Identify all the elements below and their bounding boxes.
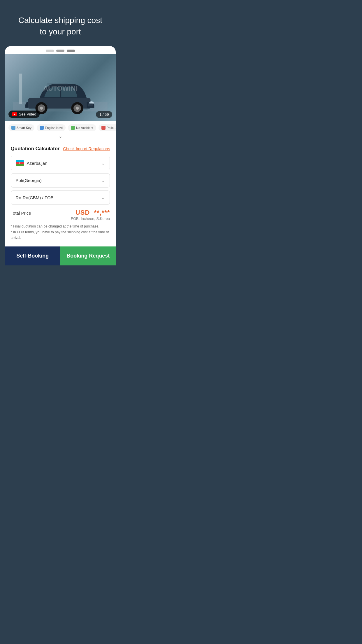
image-dots: [5, 46, 116, 54]
smart-key-icon: [11, 126, 15, 130]
svg-text:AUTOWINI: AUTOWINI: [43, 85, 77, 92]
bottom-buttons: Self-Booking Booking Request: [5, 246, 116, 265]
calculator-section: Quotation Calculator Check Import Regula…: [5, 141, 116, 246]
see-video-button[interactable]: See Video: [8, 111, 40, 118]
calc-header: Quotation Calculator Check Import Regula…: [11, 146, 110, 152]
port-select-left: Poti(Georgia): [16, 178, 42, 183]
features-row: Smart Key English Navi No Accident Polic…: [5, 121, 116, 132]
shipping-dropdown[interactable]: Ro-Ro(CBM) / FOB ⌄: [11, 190, 110, 205]
disclaimer-line2: * In FOB terms, you have to pay the ship…: [11, 230, 110, 241]
total-price-label: Total Price: [11, 211, 31, 216]
svg-rect-12: [88, 104, 93, 106]
price-note: FOB, Incheon, S.Korea: [71, 216, 110, 221]
car-svg: AUTOWINI: [13, 61, 108, 115]
disclaimer: * Final quotation can be changed at the …: [11, 224, 110, 241]
country-dropdown[interactable]: ☪ Azerbaijan ⌄: [11, 156, 110, 170]
no-accident-icon: [71, 126, 75, 130]
feature-english-navi: English Navi: [37, 124, 66, 131]
dot-2: [56, 50, 64, 52]
feature-polic: Polic...: [99, 124, 116, 131]
card-container: AUTOWINI See Video 1 / 59 Smart Key Engl…: [5, 46, 116, 265]
header-section: Calculate shipping costto your port: [0, 0, 121, 46]
see-video-label: See Video: [19, 112, 36, 116]
feature-no-accident: No Accident: [68, 124, 96, 131]
svg-point-8: [40, 107, 43, 110]
country-select-left: ☪ Azerbaijan: [16, 160, 48, 166]
total-price-value: USD **,*** FOB, Incheon, S.Korea: [71, 209, 110, 221]
check-import-regulations-link[interactable]: Check Import Regulations: [63, 146, 110, 151]
car-image: AUTOWINI See Video 1 / 59: [5, 54, 116, 121]
disclaimer-line1: * Final quotation can be changed at the …: [11, 224, 110, 229]
image-counter: 1 / 59: [96, 111, 113, 118]
page-title: Calculate shipping costto your port: [9, 15, 112, 37]
svg-point-11: [76, 107, 79, 110]
polic-icon: [101, 126, 106, 130]
total-price-row: Total Price USD **,*** FOB, Incheon, S.K…: [11, 209, 110, 221]
port-chevron-icon: ⌄: [101, 178, 105, 183]
port-dropdown[interactable]: Poti(Georgia) ⌄: [11, 173, 110, 188]
dot-3: [67, 50, 75, 52]
expand-features-row[interactable]: ⌄: [5, 132, 116, 141]
svg-rect-2: [19, 74, 22, 104]
youtube-icon: [12, 112, 17, 116]
shipping-select-left: Ro-Ro(CBM) / FOB: [16, 195, 54, 200]
self-booking-button[interactable]: Self-Booking: [5, 246, 60, 265]
price-amount: USD **,***: [71, 209, 110, 216]
svg-rect-14: [47, 84, 68, 85]
chevron-down-icon: ⌄: [58, 134, 63, 139]
shipping-label: Ro-Ro(CBM) / FOB: [16, 195, 54, 200]
price-asterisks: **,***: [94, 209, 110, 216]
port-label: Poti(Georgia): [16, 178, 42, 183]
country-chevron-icon: ⌄: [101, 160, 105, 166]
calc-title: Quotation Calculator: [11, 146, 60, 152]
booking-request-button[interactable]: Booking Request: [60, 246, 116, 265]
dot-1: [46, 50, 54, 52]
feature-smart-key: Smart Key: [8, 124, 34, 131]
english-navi-icon: [40, 126, 44, 130]
azerbaijan-flag-icon: ☪: [16, 160, 24, 166]
shipping-chevron-icon: ⌄: [101, 195, 105, 200]
country-label: Azerbaijan: [27, 161, 48, 166]
